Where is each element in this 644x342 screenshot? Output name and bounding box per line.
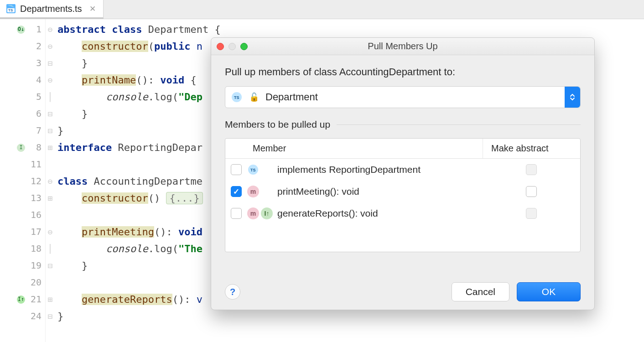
code-line[interactable]: interface ReportingDepar (57, 139, 221, 156)
dropdown-stepper-icon[interactable] (565, 87, 580, 108)
member-label: implements ReportingDepartment (277, 164, 483, 175)
code-line[interactable]: constructor(public n (57, 38, 221, 55)
window-maximize-button[interactable] (240, 43, 248, 50)
code-content[interactable]: abstract class Department { constructor(… (55, 19, 221, 342)
pull-members-up-dialog: Pull Members Up Pull up members of class… (211, 37, 595, 310)
fold-toggle-icon[interactable]: │ (48, 88, 53, 105)
dialog-footer: ? Cancel OK (211, 279, 594, 310)
code-line[interactable]: } (57, 257, 221, 274)
line-number: 8 (29, 139, 42, 156)
gutter-marker-icon[interactable]: I↑ (17, 295, 25, 304)
code-line[interactable]: } (57, 122, 221, 139)
fold-toggle-icon[interactable]: ⊞ (48, 190, 53, 207)
ok-button[interactable]: OK (517, 282, 581, 301)
fold-toggle-icon[interactable]: ⊖ (48, 21, 53, 38)
line-number: 20 (29, 274, 42, 291)
typescript-file-icon (6, 4, 16, 13)
fold-toggle-icon[interactable]: ⊖ (48, 38, 53, 55)
members-table-header: Member Make abstract (225, 139, 580, 159)
fold-toggle-icon[interactable]: ⊟ (48, 122, 53, 139)
line-number: 4 (29, 72, 42, 88)
fold-toggle-icon[interactable]: ⊟ (48, 257, 53, 274)
line-number: 2 (29, 38, 42, 55)
code-line[interactable]: } (57, 55, 221, 72)
line-number-gutter: O↓1234567I81112131617181920I↑2124 (0, 19, 46, 342)
member-row[interactable]: implements ReportingDepartment (225, 159, 580, 181)
include-member-checkbox[interactable] (231, 208, 242, 219)
line-number: 6 (29, 105, 42, 122)
member-label: generateReports(): void (277, 208, 483, 219)
line-number: 3 (29, 55, 42, 72)
code-line[interactable] (57, 274, 221, 291)
include-member-checkbox[interactable] (231, 186, 242, 197)
code-line[interactable] (57, 207, 221, 223)
code-line[interactable]: generateReports(): v (57, 291, 221, 308)
typescript-interface-icon (247, 165, 259, 175)
window-close-button[interactable] (217, 43, 224, 50)
code-line[interactable]: printName(): void { (57, 72, 221, 88)
line-number: 7 (29, 122, 42, 139)
help-button[interactable]: ? (225, 284, 240, 300)
code-line[interactable]: console.log("The (57, 240, 221, 257)
fold-toggle-icon[interactable]: ⊖ (48, 72, 53, 88)
line-number: 19 (29, 257, 42, 274)
line-number: 18 (29, 240, 42, 257)
fold-toggle-icon[interactable]: ⊟ (48, 308, 53, 325)
fold-column: ⊖⊖⊟⊖│⊟⊟⊞⊖⊞⊖│⊟⊞⊟ (46, 19, 55, 342)
code-line[interactable]: } (57, 308, 221, 325)
fold-toggle-icon[interactable]: ⊞ (48, 139, 53, 156)
gutter-marker-icon[interactable]: O↓ (17, 26, 25, 34)
interface-method-icon: I↑ (261, 207, 273, 219)
dialog-body: Pull up members of class AccountingDepar… (211, 55, 594, 260)
fold-toggle-icon[interactable]: ⊖ (48, 173, 53, 190)
member-label: printMeeting(): void (277, 186, 483, 197)
unlocked-icon: 🔓 (249, 92, 259, 102)
cancel-button[interactable]: Cancel (452, 282, 509, 301)
line-number: 12 (29, 173, 42, 190)
line-number: 24 (29, 308, 42, 325)
column-make-abstract: Make abstract (483, 139, 580, 158)
dialog-title: Pull Members Up (211, 41, 594, 52)
member-row[interactable]: mI↑generateReports(): void (225, 202, 580, 224)
make-abstract-checkbox (526, 208, 537, 219)
dialog-titlebar: Pull Members Up (211, 38, 594, 55)
code-line[interactable]: } (57, 105, 221, 122)
destination-class-select[interactable]: 🔓 Department (225, 86, 581, 108)
tab-bar: Departments.ts ✕ (0, 0, 644, 19)
typescript-class-icon (231, 92, 243, 102)
column-member: Member (247, 139, 483, 158)
line-number: 5 (29, 88, 42, 105)
dialog-prompt: Pull up members of class AccountingDepar… (225, 66, 581, 78)
fold-toggle-icon[interactable]: ⊟ (48, 55, 53, 72)
fold-toggle-icon[interactable]: ⊟ (48, 105, 53, 122)
fold-toggle-icon[interactable]: │ (48, 240, 53, 257)
code-line[interactable]: console.log("Dep (57, 88, 221, 105)
code-line[interactable]: abstract class Department { (57, 21, 221, 38)
window-controls (217, 43, 248, 50)
fold-toggle-icon[interactable]: ⊞ (48, 291, 53, 308)
gutter-marker-icon[interactable]: I (17, 144, 25, 152)
members-table: Member Make abstract implements Reportin… (225, 138, 581, 252)
make-abstract-checkbox (526, 164, 537, 175)
tab-filename: Departments.ts (20, 4, 82, 14)
destination-class-name: Department (265, 91, 318, 103)
method-icon: m (247, 186, 259, 197)
line-number: 11 (29, 156, 42, 173)
member-row[interactable]: mprintMeeting(): void (225, 181, 580, 202)
fold-toggle-icon[interactable]: ⊖ (48, 223, 53, 240)
code-line[interactable]: printMeeting(): void (57, 223, 221, 240)
code-line[interactable]: class AccountingDepartme (57, 173, 221, 190)
code-line[interactable] (57, 156, 221, 173)
method-icon: m (247, 207, 259, 219)
editor-tab[interactable]: Departments.ts ✕ (0, 0, 104, 19)
make-abstract-checkbox[interactable] (526, 186, 537, 197)
close-tab-icon[interactable]: ✕ (87, 4, 96, 14)
divider (337, 124, 581, 125)
code-line[interactable]: constructor() {...} (57, 190, 221, 207)
line-number: 13 (29, 190, 42, 207)
window-minimize-button[interactable] (229, 43, 236, 50)
line-number: 1 (29, 21, 42, 38)
include-member-checkbox[interactable] (231, 164, 242, 175)
line-number: 21 (29, 291, 42, 308)
members-section-heading: Members to be pulled up (225, 119, 581, 130)
